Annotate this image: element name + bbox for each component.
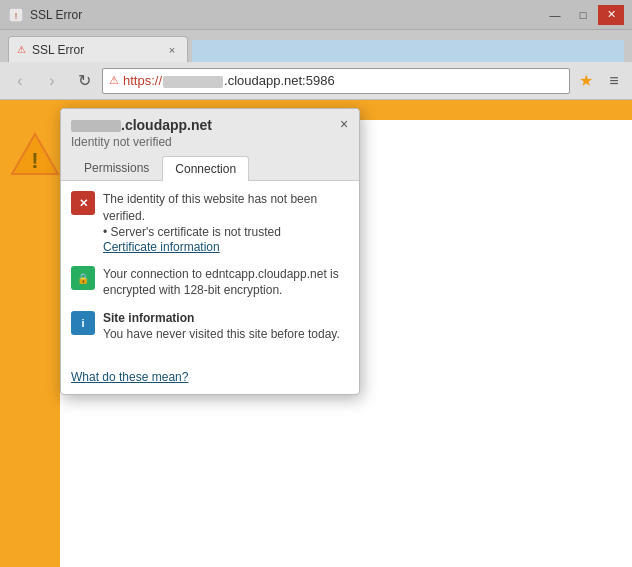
reload-button[interactable]: ↻ [70,67,98,95]
protocol-text: https:// [123,73,162,88]
help-link[interactable]: What do these mean? [71,370,188,384]
tab-close-button[interactable]: × [165,43,179,57]
window-controls: — □ ✕ [542,5,624,25]
browser-favicon: ! [8,7,24,23]
certificate-info-link[interactable]: Certificate information [103,240,220,254]
encryption-icon: 🔒 [71,266,95,290]
popup-item-site-info: i Site information You have never visite… [71,311,349,343]
window-title: SSL Error [30,8,542,22]
svg-text:🔒: 🔒 [77,272,90,285]
tab-permissions[interactable]: Permissions [71,155,162,180]
svg-text:i: i [81,317,84,329]
tab-spacer [192,40,624,62]
info-icon: i [71,311,95,335]
browser-window: ! SSL Error — □ ✕ ⚠ SSL Error × ‹ › ↻ ⚠ … [0,0,632,567]
forward-button[interactable]: › [38,67,66,95]
popup-domain-suffix: .cloudapp.net [121,117,212,133]
popup-footer: What do these mean? [61,365,359,394]
popup-subtitle: Identity not verified [71,135,349,149]
error-icon: ✕ [71,191,95,215]
browser-tab-ssl-error[interactable]: ⚠ SSL Error × [8,36,188,62]
popup-item-identity-content: The identity of this website has not bee… [103,191,349,254]
popup-body: ✕ The identity of this website has not b… [61,181,359,365]
popup-item-site-info-title: Site information [103,311,349,325]
address-bar[interactable]: ⚠ https://.cloudapp.net:5986 [102,68,570,94]
popup-domain-gray [71,120,121,132]
svg-text:!: ! [15,11,18,21]
address-text: https://.cloudapp.net:5986 [123,73,335,88]
page-content: ! ificate net, but the y that is m. This… [0,100,632,567]
minimize-button[interactable]: — [542,5,568,25]
address-suffix: .cloudapp.net:5986 [224,73,335,88]
tab-connection[interactable]: Connection [162,156,249,181]
nav-bar: ‹ › ↻ ⚠ https://.cloudapp.net:5986 ★ ≡ [0,62,632,100]
popup-domain: .cloudapp.net [71,117,349,133]
tab-bar: ⚠ SSL Error × [0,30,632,62]
ssl-error-icon: ⚠ [109,74,119,87]
tab-label: SSL Error [32,43,84,57]
popup-item-encryption-content: Your connection to edntcapp.cloudapp.net… [103,266,349,300]
popup-item-identity: ✕ The identity of this website has not b… [71,191,349,254]
tab-favicon-icon: ⚠ [17,44,26,55]
popup-header: × .cloudapp.net Identity not verified Pe… [61,109,359,181]
ssl-popup: × .cloudapp.net Identity not verified Pe… [60,108,360,395]
svg-text:✕: ✕ [79,197,88,209]
menu-button[interactable]: ≡ [602,69,626,93]
warning-triangle-icon: ! [10,130,60,180]
title-bar: ! SSL Error — □ ✕ [0,0,632,30]
popup-item-encryption-text: Your connection to edntcapp.cloudapp.net… [103,266,349,300]
popup-close-button[interactable]: × [335,115,353,133]
close-window-button[interactable]: ✕ [598,5,624,25]
maximize-button[interactable]: □ [570,5,596,25]
popup-item-encryption: 🔒 Your connection to edntcapp.cloudapp.n… [71,266,349,300]
svg-text:!: ! [31,148,38,173]
popup-item-site-info-text: You have never visited this site before … [103,326,349,343]
popup-item-identity-text: The identity of this website has not bee… [103,191,349,225]
popup-item-bullet: • Server's certificate is not trusted [103,225,349,239]
bookmark-button[interactable]: ★ [574,69,598,93]
domain-gray-block [163,76,223,88]
popup-item-site-info-content: Site information You have never visited … [103,311,349,343]
popup-tabs: Permissions Connection [71,155,349,180]
back-button[interactable]: ‹ [6,67,34,95]
